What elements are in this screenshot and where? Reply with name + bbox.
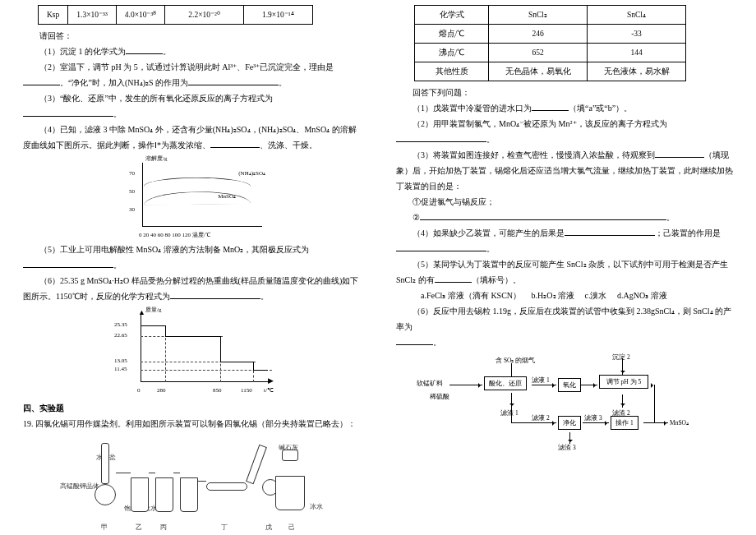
fl-n7: 操作 1: [611, 416, 638, 430]
rt-r4a: 其他性质: [415, 62, 489, 81]
rq5-b: （填标号）。: [472, 275, 521, 284]
ksp-table: Ksp 1.3×10⁻³³ 4.0×10⁻³⁸ 2.2×10⁻²⁰ 1.9×10…: [38, 5, 313, 25]
q2-text-a: （2）室温下，调节 pH 为 5，试通过计算说明此时 Al³⁺、Fe³⁺已沉淀完…: [39, 62, 334, 71]
fl-n6b: 滤渣 3: [558, 442, 576, 454]
q4-text-b: 、洗涤、干燥。: [260, 141, 317, 150]
fig1-xticks: 0 20 40 60 80 100 120 温度/℃: [139, 233, 210, 238]
fl-n3: 氧化: [558, 378, 581, 392]
fl-n2: 滤渣 1: [500, 408, 519, 419]
q2-text-b: 。“净化”时，加入(NH₄)₂S 的作用为: [60, 78, 188, 87]
q1-blank: [126, 46, 163, 54]
rq4-cont: 。: [396, 241, 733, 256]
rt-h2: SnCl₂: [489, 6, 588, 25]
fig1-s1: (NH₄)₂SO₄: [238, 171, 265, 177]
fl-f2: 滤液 2: [532, 413, 550, 424]
fl-n6: 净化: [558, 416, 581, 430]
fl-n4: 调节 pH 为 5: [599, 375, 648, 389]
ksp-c4: 1.9×10⁻¹⁴: [243, 6, 312, 25]
fig2-x2: 280: [157, 388, 166, 394]
fig2-y2: 22.65: [114, 333, 127, 339]
q4-blank: [210, 140, 260, 148]
rq3: （3）将装置如图连接好，检查气密性，慢慢滴入浓盐酸，待观察到（填现象）后，开始加…: [396, 147, 733, 194]
rt-h3: SnCl₄: [588, 6, 686, 25]
rq3d-t: ②: [413, 213, 420, 222]
q5-blank: [23, 260, 113, 268]
fig3-c: 丙: [160, 521, 167, 533]
opt-a: a.FeCl₃ 溶液（滴有 KSCN）: [421, 291, 521, 300]
rq4-a: （4）如果缺少乙装置，可能产生的后果是: [413, 228, 565, 238]
opt-d: d.AgNO₃ 溶液: [617, 291, 667, 300]
rq2: （2）用甲装置制氯气，MnO₄⁻被还原为 Mn²⁺，该反应的离子方程式为。: [396, 116, 733, 147]
q3-text: （3）“酸化、还原”中，发生的所有氧化还原反应的离子方程式为: [39, 94, 273, 103]
q2-blank1: [23, 77, 60, 85]
rq4-b: ；己装置的作用是: [655, 228, 721, 238]
q6-blank: [170, 291, 260, 299]
rq3d-blank: [420, 212, 666, 220]
q3-line: （3）“酸化、还原”中，发生的所有氧化还原反应的离子方程式为。: [23, 90, 360, 122]
rq5: （5）某同学认为丁装置中的反应可能产生 SnCl₂ 杂质，以下试剂中可用于检测是…: [396, 256, 733, 288]
rq3c: ①促进氯气与锡反应；: [396, 194, 733, 210]
solubility-chart: 溶解度/g (NH₄)₂SO₄ MnSO₄ 70 50 30 0 20 40 6…: [118, 156, 265, 238]
rq6-text: （6）反应中用去锡粒 1.19g，反应后在戊装置的试管中收集到 2.38gSnC…: [396, 307, 731, 331]
rq1-b: （填“a”或“b”）。: [569, 104, 632, 113]
q19-text: 19. 四氯化锡可用作媒染剂。利用如图所示装置可以制备四氯化锡（部分夹持装置已略…: [23, 416, 360, 431]
fl-out: MnSO₄: [670, 417, 689, 429]
sncl-table: 化学式 SnCl₂ SnCl₄ 熔点/℃ 246 -33 沸点/℃ 652 14…: [414, 5, 686, 81]
fig3-d: 丁: [221, 521, 228, 533]
rt-r2b: 246: [489, 25, 588, 44]
fig1-ylabel: 溶解度/g: [145, 156, 167, 162]
rq2-text: （2）用甲装置制氯气，MnO₄⁻被还原为 Mn²⁺，该反应的离子方程式为: [413, 119, 667, 128]
fig2-x4: 1150: [241, 388, 252, 394]
fig3-e: 戊: [265, 521, 272, 533]
fig1-y50: 50: [129, 189, 135, 195]
fl-gas: 含 SO₂ 的烟气: [496, 355, 535, 367]
flowchart: 含 SO₂ 的烟气 软锰矿料 酸化、还原 稀硫酸 滤渣 1 滤液 1 氧化 调节…: [417, 355, 712, 445]
fig3-kmno4: 高锰酸钾晶体: [60, 480, 99, 492]
rq1-text: （1）戊装置中冷凝管的进水口为: [413, 104, 532, 113]
tga-chart: ▲▶ 质量/g 25.35 22.65 13.05 11.45 0 280 85…: [109, 307, 274, 394]
ksp-h: Ksp: [39, 6, 68, 25]
opt-c: c.溴水: [585, 291, 607, 300]
right-head: 回答下列问题：: [396, 85, 733, 100]
rq5-blank: [435, 274, 472, 283]
ksp-c1: 1.3×10⁻³³: [68, 6, 116, 25]
options-row: a.FeCl₃ 溶液（滴有 KSCN） b.H₂O₂ 溶液 c.溴水 d.AgN…: [396, 288, 733, 303]
rq1: （1）戊装置中冷凝管的进水口为（填“a”或“b”）。: [396, 100, 733, 116]
rq4-blank2: [396, 243, 486, 251]
fig1-s2: MnSO₄: [218, 194, 236, 200]
q1-line: （1）沉淀 1 的化学式为。: [23, 44, 360, 59]
q6-line: （6）25.35 g MnSO₄·H₂O 样品受热分解过程的热重曲线(样品质量随…: [23, 273, 360, 304]
fig2-ylabel: 质量/g: [145, 307, 161, 313]
fig3-f: 己: [288, 521, 295, 533]
rq6-cont: 。: [396, 334, 733, 350]
rq3-blank1: [655, 150, 704, 158]
q2-line: （2）室温下，调节 pH 为 5，试通过计算说明此时 Al³⁺、Fe³⁺已沉淀完…: [23, 59, 360, 90]
q5-line: （5）工业上可用电解酸性 MnSO₄ 溶液的方法制备 MnO₂，其阳极反应式为。: [23, 242, 360, 273]
rq1-blank: [532, 103, 569, 111]
rt-r4c: 无色液体，易水解: [588, 62, 686, 81]
fig2-y3: 13.05: [114, 358, 127, 364]
rq2-blank: [396, 134, 486, 142]
fig2-y1: 25.35: [114, 322, 127, 328]
section4-title: 四、实验题: [23, 400, 360, 416]
rq4-blank1: [565, 228, 655, 236]
fl-f1: 滤液 1: [532, 375, 550, 386]
fig2-xlabel: t/℃: [264, 388, 274, 394]
rt-h1: 化学式: [415, 6, 489, 25]
fig2-x3: 850: [213, 388, 222, 394]
rt-r2a: 熔点/℃: [415, 25, 489, 44]
fl-n1: 酸化、还原: [484, 376, 527, 390]
fl-dilute: 稀硫酸: [430, 391, 449, 403]
rq6-blank: [396, 337, 433, 345]
rq4: （4）如果缺少乙装置，可能产生的后果是；己装置的作用是: [396, 225, 733, 241]
fig1-y70: 70: [129, 171, 135, 177]
rq6: （6）反应中用去锡粒 1.19g，反应后在戊装置的试管中收集到 2.38gSnC…: [396, 303, 733, 334]
q1-text: （1）沉淀 1 的化学式为: [39, 47, 126, 56]
fig3-b: 乙: [136, 521, 142, 533]
q5-text: （5）工业上可用电解酸性 MnSO₄ 溶液的方法制备 MnO₂，其阳极反应式为: [39, 245, 309, 254]
apparatus-diagram: 水和盐 高锰酸钾晶体 饱和食盐水 碱石灰 冰水 甲 乙 丙 丁 戊 己: [60, 435, 323, 533]
fl-f3: 滤液 3: [584, 413, 602, 424]
fig2-x1: 0: [137, 388, 141, 394]
fig1-y30: 30: [129, 207, 135, 213]
ksp-c3: 2.2×10⁻²⁰: [165, 6, 244, 25]
